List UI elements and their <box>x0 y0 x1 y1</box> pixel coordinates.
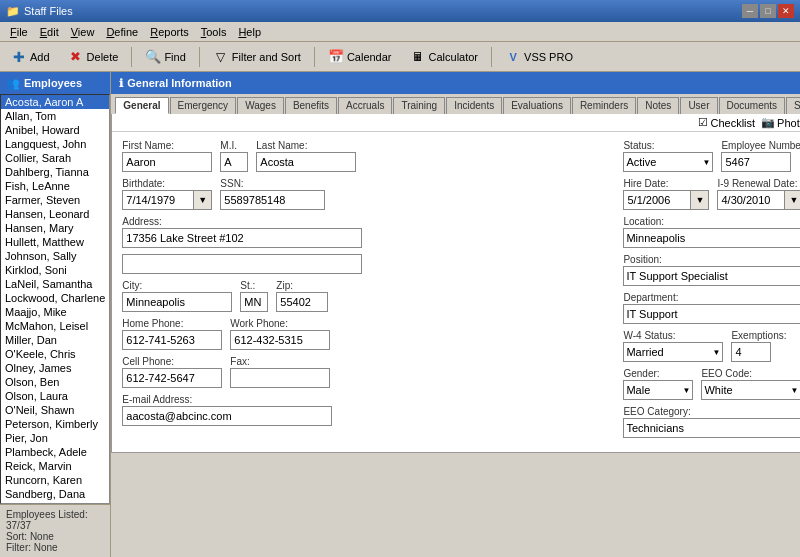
employee-list-item[interactable]: Kirklod, Soni <box>1 263 109 277</box>
filter-sort-button[interactable]: ▽ Filter and Sort <box>206 46 308 68</box>
hire-date-input[interactable] <box>623 190 691 210</box>
birthdate-label: Birthdate: <box>122 178 212 189</box>
employee-list-item[interactable]: Fish, LeAnne <box>1 179 109 193</box>
employee-list-item[interactable]: Hansen, Leonard <box>1 207 109 221</box>
employee-number-input[interactable] <box>721 152 791 172</box>
calendar-button[interactable]: 📅 Calendar <box>321 46 399 68</box>
first-name-input[interactable] <box>122 152 212 172</box>
employee-list-item[interactable]: Miller, Dan <box>1 333 109 347</box>
employee-list-item[interactable]: Olson, Laura <box>1 389 109 403</box>
employee-list-item[interactable]: Dahlberg, Tianna <box>1 165 109 179</box>
tab-emergency[interactable]: Emergency <box>170 97 237 114</box>
employee-list-item[interactable]: Farmer, Steven <box>1 193 109 207</box>
calculator-button[interactable]: 🖩 Calculator <box>403 46 486 68</box>
close-button[interactable]: ✕ <box>778 4 794 18</box>
employee-list-item[interactable]: Collier, Sarah <box>1 151 109 165</box>
employee-list-item[interactable]: Acosta, Aaron A <box>1 95 109 109</box>
state-input[interactable] <box>240 292 268 312</box>
employee-list-item[interactable]: Langquest, John <box>1 137 109 151</box>
eeo-code-select[interactable]: White Black Hispanic Asian <box>701 380 800 400</box>
hire-date-calendar-btn[interactable]: ▼ <box>691 190 709 210</box>
find-button[interactable]: 🔍 Find <box>138 46 192 68</box>
tab-incidents[interactable]: Incidents <box>446 97 502 114</box>
employee-list-item[interactable]: O'Neil, Shawn <box>1 403 109 417</box>
birthdate-calendar-btn[interactable]: ▼ <box>194 190 212 210</box>
email-input[interactable] <box>122 406 332 426</box>
i9-date-calendar-btn[interactable]: ▼ <box>785 190 800 210</box>
checklist-link[interactable]: ☑ Checklist <box>698 116 755 129</box>
employee-list-item[interactable]: Johnson, Sally <box>1 249 109 263</box>
maximize-button[interactable]: □ <box>760 4 776 18</box>
zip-input[interactable] <box>276 292 328 312</box>
position-select[interactable]: IT Support Specialist <box>623 266 800 286</box>
employee-list-item[interactable]: Runcorn, Karen <box>1 473 109 487</box>
employee-list-item[interactable]: Hansen, Mary <box>1 221 109 235</box>
vss-pro-button[interactable]: V VSS PRO <box>498 46 580 68</box>
menu-reports[interactable]: Reports <box>144 25 195 39</box>
employee-list-item[interactable]: Reick, Marvin <box>1 459 109 473</box>
tab-benefits[interactable]: Benefits <box>285 97 337 114</box>
mi-label: M.I. <box>220 140 248 151</box>
menu-tools[interactable]: Tools <box>195 25 233 39</box>
delete-button[interactable]: ✖ Delete <box>61 46 126 68</box>
menu-edit[interactable]: Edit <box>34 25 65 39</box>
hire-date-label: Hire Date: <box>623 178 709 189</box>
employee-list-item[interactable]: Pier, Jon <box>1 431 109 445</box>
tab-training[interactable]: Training <box>393 97 445 114</box>
tab-reminders[interactable]: Reminders <box>572 97 636 114</box>
tab-separation[interactable]: Separation <box>786 97 800 114</box>
employee-list-item[interactable]: Sandberg, Dana <box>1 487 109 501</box>
ssn-label: SSN: <box>220 178 325 189</box>
employee-list-item[interactable]: McMahon, Leisel <box>1 319 109 333</box>
fax-input[interactable] <box>230 368 330 388</box>
employee-list-item[interactable]: O'Keele, Chris <box>1 347 109 361</box>
employee-list-item[interactable]: Maajjo, Mike <box>1 305 109 319</box>
employee-list-item[interactable]: Hullett, Matthew <box>1 235 109 249</box>
exemptions-input[interactable] <box>731 342 771 362</box>
cell-phone-input[interactable] <box>122 368 222 388</box>
add-button[interactable]: ✚ Add <box>4 46 57 68</box>
employee-list-item[interactable]: Olney, James <box>1 361 109 375</box>
address2-input[interactable] <box>122 254 362 274</box>
tab-user[interactable]: User <box>680 97 717 114</box>
add-icon: ✚ <box>11 49 27 65</box>
employee-list-item[interactable]: Anibel, Howard <box>1 123 109 137</box>
photo-link[interactable]: 📷 Photo <box>761 116 800 129</box>
tab-wages[interactable]: Wages <box>237 97 284 114</box>
section-icon: ℹ <box>119 77 123 90</box>
city-input[interactable] <box>122 292 232 312</box>
home-phone-input[interactable] <box>122 330 222 350</box>
employee-list-item[interactable]: Allan, Tom <box>1 109 109 123</box>
menu-define[interactable]: Define <box>100 25 144 39</box>
tab-documents[interactable]: Documents <box>719 97 786 114</box>
w4-status-select[interactable]: Married Single <box>623 342 723 362</box>
i9-date-input[interactable] <box>717 190 785 210</box>
last-name-input[interactable] <box>256 152 356 172</box>
gender-select[interactable]: Male Female <box>623 380 693 400</box>
eeo-category-select[interactable]: Technicians <box>623 418 800 438</box>
status-select[interactable]: Active Inactive Terminated <box>623 152 713 172</box>
tab-general[interactable]: General <box>115 97 168 114</box>
first-name-label: First Name: <box>122 140 212 151</box>
minimize-button[interactable]: ─ <box>742 4 758 18</box>
employee-list[interactable]: Acosta, Aaron AAllan, TomAnibel, HowardL… <box>0 94 110 504</box>
address-input[interactable] <box>122 228 362 248</box>
tab-evaluations[interactable]: Evaluations <box>503 97 571 114</box>
ssn-input[interactable] <box>220 190 325 210</box>
employee-list-item[interactable]: Peterson, Kimberly <box>1 417 109 431</box>
menu-help[interactable]: Help <box>232 25 267 39</box>
tab-notes[interactable]: Notes <box>637 97 679 114</box>
menu-view[interactable]: View <box>65 25 101 39</box>
employee-list-item[interactable]: Plambeck, Adele <box>1 445 109 459</box>
checklist-icon: ☑ <box>698 116 708 129</box>
department-select[interactable]: IT Support <box>623 304 800 324</box>
employee-list-item[interactable]: Olson, Ben <box>1 375 109 389</box>
work-phone-input[interactable] <box>230 330 330 350</box>
menu-file[interactable]: File <box>4 25 34 39</box>
mi-input[interactable] <box>220 152 248 172</box>
employee-list-item[interactable]: LaNeil, Samantha <box>1 277 109 291</box>
employee-list-item[interactable]: Lockwood, Charlene <box>1 291 109 305</box>
tab-accruals[interactable]: Accruals <box>338 97 392 114</box>
location-select[interactable]: Minneapolis <box>623 228 800 248</box>
birthdate-input[interactable] <box>122 190 194 210</box>
